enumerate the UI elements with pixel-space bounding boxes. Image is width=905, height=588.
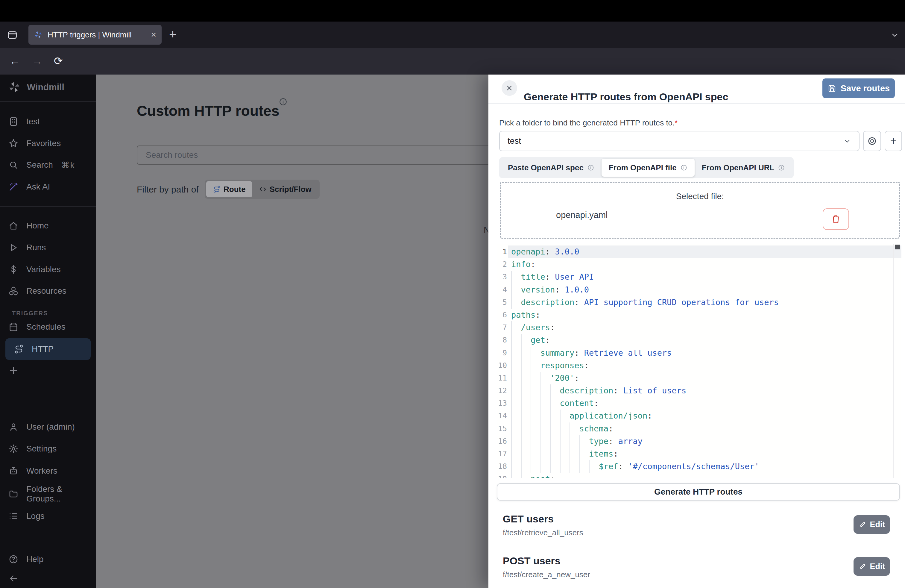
back-button[interactable]: ← xyxy=(10,56,21,67)
building-icon xyxy=(8,116,19,127)
sidebar-item-favorites[interactable]: Favorites xyxy=(0,133,96,154)
sidebar-item-runs[interactable]: Runs xyxy=(0,237,96,258)
code-text: get: xyxy=(511,334,550,346)
code-line[interactable]: 14 application/json: xyxy=(497,410,902,422)
sidebar-item-label: Schedules xyxy=(26,322,65,332)
shortcut-hint: ⌘k xyxy=(61,160,75,170)
sidebar-item-home[interactable]: Home xyxy=(0,215,96,237)
line-number: 8 xyxy=(497,334,507,346)
code-line[interactable]: 13 content: xyxy=(497,397,902,410)
edit-route-button[interactable]: Edit xyxy=(854,515,890,534)
chevron-down-icon xyxy=(843,137,851,145)
code-text: description: API supporting CRUD operati… xyxy=(511,296,779,309)
save-routes-button[interactable]: Save routes xyxy=(822,78,895,98)
tab-label: Paste OpenAPI spec xyxy=(508,163,584,172)
openapi-drawer: Generate HTTP routes from OpenAPI spec S… xyxy=(488,75,905,588)
main-content-dimmed: Custom HTTP routes Filter by path of Rou… xyxy=(96,75,488,588)
windmill-logo-icon xyxy=(8,81,21,94)
sidebar-item-variables[interactable]: Variables xyxy=(0,259,96,280)
code-line[interactable]: 7 /users: xyxy=(497,321,902,334)
close-button[interactable] xyxy=(502,80,517,96)
tab-paste-openapi-spec[interactable]: Paste OpenAPI spec xyxy=(501,159,602,176)
line-number: 2 xyxy=(497,258,507,271)
sidebar-item-label: Logs xyxy=(26,511,44,521)
sidebar-item-label: Folders & Groups... xyxy=(26,485,96,504)
tab-from-openapi-file[interactable]: From OpenAPI file xyxy=(602,159,695,176)
sidebar-item-test[interactable]: test xyxy=(0,111,96,132)
yaml-code-editor[interactable]: 1openapi: 3.0.02info:3 title: User API4 … xyxy=(497,244,902,478)
tab-close-icon[interactable]: × xyxy=(151,30,156,39)
code-line[interactable]: 8 get: xyxy=(497,334,902,346)
code-line[interactable]: 2info: xyxy=(497,258,902,271)
forward-button[interactable]: → xyxy=(32,56,43,67)
folder-select[interactable]: test xyxy=(499,131,859,151)
dollar-icon xyxy=(8,264,19,275)
divider xyxy=(0,206,96,207)
code-line[interactable]: 9 summary: Retrieve all users xyxy=(497,347,902,359)
view-folder-button[interactable] xyxy=(863,131,881,151)
code-line[interactable]: 18 $ref: '#/components/schemas/User' xyxy=(497,460,902,473)
generated-route-row: POST usersf/test/create_a_new_userEdit xyxy=(503,554,891,588)
sidebar-item-schedules[interactable]: Schedules xyxy=(0,316,96,338)
firefox-view-icon[interactable] xyxy=(6,29,18,41)
minimap-slider[interactable] xyxy=(895,245,900,250)
filter-option-route[interactable]: Route xyxy=(206,181,252,197)
code-text: /users: xyxy=(511,321,555,334)
info-icon xyxy=(778,164,785,171)
remove-file-button[interactable] xyxy=(823,208,849,230)
sidebar-item-workers[interactable]: Workers xyxy=(0,460,96,482)
sidebar-item-label: test xyxy=(26,117,40,126)
code-line[interactable]: 10 responses: xyxy=(497,359,902,372)
triggers-section-label: TRIGGERS xyxy=(12,310,48,317)
tab-label: From OpenAPI URL xyxy=(702,163,775,172)
tab-from-openapi-url[interactable]: From OpenAPI URL xyxy=(695,159,792,176)
sidebar-item-user-admin[interactable]: User (admin) xyxy=(0,416,96,438)
code-line[interactable]: 17 items: xyxy=(497,448,902,460)
code-line[interactable]: 19 post: xyxy=(497,473,902,478)
sidebar-item-search[interactable]: Search⌘k xyxy=(0,154,96,176)
sidebar-item-resources[interactable]: Resources xyxy=(0,280,96,302)
new-tab-button[interactable]: + xyxy=(169,28,176,41)
sidebar-item-help[interactable]: Help xyxy=(0,548,96,570)
reload-button[interactable]: ⟳ xyxy=(54,56,63,67)
windmill-favicon-icon xyxy=(34,30,43,39)
sidebar-item-ask-ai[interactable]: Ask AI xyxy=(0,176,96,198)
code-line[interactable]: 4 version: 1.0.0 xyxy=(497,283,902,296)
sidebar-item-logs[interactable]: Logs xyxy=(0,505,96,527)
line-number: 1 xyxy=(497,245,507,258)
browser-tab[interactable]: HTTP triggers | Windmill × xyxy=(29,25,162,44)
sidebar-item-settings[interactable]: Settings xyxy=(0,438,96,459)
brand[interactable]: Windmill xyxy=(8,78,64,96)
sidebar-item-label: Favorites xyxy=(26,138,61,148)
code-line[interactable]: 15 schema: xyxy=(497,423,902,435)
sidebar-item-label: Workers xyxy=(26,466,57,476)
window-titlebar xyxy=(0,0,905,22)
code-text: $ref: '#/components/schemas/User' xyxy=(511,460,759,473)
code-line[interactable]: 11 '200': xyxy=(497,372,902,385)
code-line[interactable]: 5 description: API supporting CRUD opera… xyxy=(497,296,902,309)
line-number: 19 xyxy=(497,473,507,478)
code-line[interactable]: 16 type: array xyxy=(497,435,902,448)
info-icon xyxy=(680,164,687,171)
line-number: 11 xyxy=(497,372,507,385)
line-number: 7 xyxy=(497,321,507,334)
line-number: 6 xyxy=(497,309,507,321)
code-line[interactable]: 1openapi: 3.0.0 xyxy=(497,245,902,258)
sidebar-item-plus[interactable] xyxy=(0,360,96,381)
line-number: 17 xyxy=(497,448,507,460)
sidebar-item-http[interactable]: HTTP xyxy=(5,338,90,360)
sidebar-item-arrow-left[interactable] xyxy=(0,567,96,588)
code-line[interactable]: 6paths: xyxy=(497,309,902,321)
filter-option-script-flow[interactable]: Script/Flow xyxy=(252,181,318,197)
sidebar-item-label: Search xyxy=(26,160,53,170)
list-all-tabs-icon[interactable] xyxy=(890,30,899,40)
code-text: openapi: 3.0.0 xyxy=(511,245,580,258)
info-icon[interactable] xyxy=(279,97,287,106)
add-folder-button[interactable]: + xyxy=(884,131,902,151)
sidebar-item-folders-groups[interactable]: Folders & Groups... xyxy=(0,483,96,505)
code-line[interactable]: 3 title: User API xyxy=(497,271,902,283)
route-title: POST users xyxy=(503,554,891,567)
edit-route-button[interactable]: Edit xyxy=(854,557,890,576)
code-line[interactable]: 12 description: List of users xyxy=(497,385,902,397)
generate-routes-button[interactable]: Generate HTTP routes xyxy=(497,483,900,501)
